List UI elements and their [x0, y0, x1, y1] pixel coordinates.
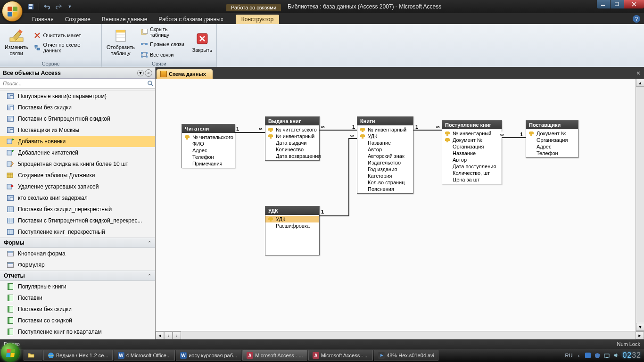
taskbar-item[interactable]: AMicrosoft Access - ...: [242, 350, 307, 361]
table-header[interactable]: Поставщики: [526, 121, 578, 129]
table-field[interactable]: Название: [442, 150, 502, 156]
table-field[interactable]: Количество: [265, 146, 319, 153]
ribbon-tab-design[interactable]: Конструктор: [236, 15, 279, 24]
nav-item[interactable]: Добавление читателей: [0, 147, 155, 158]
table-field[interactable]: Количество, шт: [442, 170, 502, 176]
tray-shield-icon[interactable]: [594, 352, 601, 359]
save-icon[interactable]: [26, 2, 35, 11]
table-field[interactable]: ФИО: [182, 140, 235, 147]
table-header[interactable]: Книги: [357, 117, 413, 125]
redo-icon[interactable]: [54, 2, 63, 11]
table-field[interactable]: Организация: [526, 137, 578, 143]
table-knigi[interactable]: Книги№ инвентарныйУДКНазваниеАвторАвторс…: [357, 116, 413, 194]
taskbar-item[interactable]: 48% Hex.s01e04.avi: [374, 350, 438, 361]
nav-item[interactable]: Кнопочная форма: [0, 248, 155, 259]
nav-item[interactable]: Поставки с 5типроцентной скидкой: [0, 113, 155, 124]
table-header[interactable]: Поступление книг: [442, 121, 502, 129]
scroll-first-icon[interactable]: ◄: [156, 331, 164, 339]
table-chitateli[interactable]: Читатели№ читательскогоФИОАдресТелефонПр…: [182, 124, 235, 168]
nav-item[interactable]: Поступление книг_перекрестный: [0, 226, 155, 238]
search-icon[interactable]: [146, 81, 155, 87]
table-header[interactable]: УДК: [265, 206, 319, 215]
taskbar-item[interactable]: Wиосу курсовая раб...: [176, 350, 241, 361]
table-field[interactable]: Телефон: [182, 154, 235, 160]
table-field[interactable]: Издательство: [357, 159, 413, 166]
table-udk[interactable]: УДКУДКРасшифровка: [265, 206, 320, 255]
nav-item[interactable]: Поставки: [0, 292, 155, 304]
table-field[interactable]: № читательского: [182, 134, 235, 140]
table-field[interactable]: Организация: [442, 143, 502, 150]
table-header[interactable]: Читатели: [182, 124, 235, 133]
table-field[interactable]: Дата поступления: [442, 163, 502, 170]
table-field[interactable]: № инвентарный: [442, 130, 502, 137]
maximize-button[interactable]: [611, 0, 624, 8]
nav-collapse-button[interactable]: «: [145, 69, 152, 77]
search-input[interactable]: [0, 80, 146, 87]
office-button[interactable]: [2, 1, 23, 22]
nav-item[interactable]: 5процентная скидка на книги более 10 шт: [0, 158, 155, 170]
table-field[interactable]: Цена за шт: [442, 176, 502, 183]
clock[interactable]: 0232: [622, 351, 641, 360]
table-field[interactable]: Год издания: [357, 166, 413, 173]
start-button[interactable]: [1, 343, 20, 362]
scroll-up-icon[interactable]: ▲: [636, 79, 644, 87]
nav-item[interactable]: Поставщики из Москвы: [0, 124, 155, 136]
close-button[interactable]: [624, 0, 644, 8]
table-field[interactable]: Документ №: [442, 137, 502, 143]
ribbon-tab-external[interactable]: Внешние данные: [96, 15, 153, 24]
scroll-left-icon[interactable]: ‹: [164, 331, 173, 339]
nav-item[interactable]: Поставки без скидки: [0, 102, 155, 113]
table-field[interactable]: № инвентарный: [357, 126, 413, 133]
doc-close-button[interactable]: ×: [635, 69, 642, 77]
table-postavshiki[interactable]: ПоставщикиДокумент №ОрганизацияАдресТеле…: [526, 120, 578, 158]
table-field[interactable]: Название: [357, 140, 413, 146]
tray-app-icon[interactable]: [585, 352, 591, 359]
nav-group-reports[interactable]: Отчеты⌃: [0, 271, 155, 281]
taskbar-item[interactable]: [24, 350, 42, 361]
table-field[interactable]: Пояснения: [357, 186, 413, 192]
close-relations-button[interactable]: Закрыть: [190, 27, 214, 58]
taskbar-item[interactable]: Ведьма / Hex 1-2 се...: [43, 350, 113, 361]
nav-item[interactable]: Добавить новинки: [0, 136, 155, 147]
ribbon-tab-home[interactable]: Главная: [26, 15, 59, 24]
table-field[interactable]: Примечания: [182, 160, 235, 167]
direct-relations-button[interactable]: Прямые связи: [139, 40, 189, 49]
doc-tab-schema[interactable]: Схема данных: [157, 69, 213, 79]
scroll-last-icon[interactable]: ►: [636, 331, 644, 339]
nav-item[interactable]: Популярные книги(с параметром): [0, 90, 155, 102]
nav-item[interactable]: кто сколько книг задержал: [0, 192, 155, 204]
qat-customize-icon[interactable]: ▼: [66, 2, 74, 11]
table-field[interactable]: Автор: [357, 146, 413, 153]
tray-network-icon[interactable]: [603, 352, 610, 359]
nav-item[interactable]: Формуляр: [0, 259, 155, 271]
table-field[interactable]: Дата выдачи: [265, 140, 319, 146]
nav-item[interactable]: Создание таблицы Должники: [0, 170, 155, 181]
table-field[interactable]: Категория: [357, 173, 413, 179]
nav-item[interactable]: Поставки со скидкой: [0, 315, 155, 326]
show-table-button[interactable]: Отобразить таблицу: [105, 27, 137, 58]
hide-table-button[interactable]: Скрыть таблицу: [139, 25, 189, 39]
table-field[interactable]: № инвентарный: [265, 133, 319, 140]
table-field[interactable]: Телефон: [526, 150, 578, 156]
ribbon-tab-create[interactable]: Создание: [59, 15, 96, 24]
nav-item[interactable]: Поступление книг по кварталам: [0, 326, 155, 337]
scroll-right-icon[interactable]: ›: [173, 331, 181, 339]
table-header[interactable]: Выдача книг: [265, 117, 319, 125]
ribbon-tab-dbtools[interactable]: Работа с базами данных: [153, 15, 229, 24]
edit-relations-button[interactable]: Изменить связи: [3, 27, 30, 58]
table-postuplenie[interactable]: Поступление книг№ инвентарныйДокумент №О…: [442, 120, 502, 184]
nav-item[interactable]: Удаление устаревших записей: [0, 181, 155, 192]
table-field[interactable]: Автор: [442, 156, 502, 163]
minimize-button[interactable]: [597, 0, 610, 8]
all-relations-button[interactable]: Все связи: [139, 50, 189, 59]
relation-report-button[interactable]: Отчет по схеме данных: [32, 41, 99, 54]
nav-dropdown-icon[interactable]: ▼: [137, 70, 144, 76]
nav-group-forms[interactable]: Формы⌃: [0, 238, 155, 248]
undo-icon[interactable]: [43, 2, 51, 11]
tray-chevron-icon[interactable]: ‹: [575, 352, 582, 359]
table-field[interactable]: Документ №: [526, 130, 578, 137]
table-field[interactable]: Адрес: [182, 147, 235, 154]
scroll-down-icon[interactable]: ▼: [636, 323, 644, 331]
nav-item[interactable]: Поставки без скидки: [0, 304, 155, 315]
table-field[interactable]: Адрес: [526, 143, 578, 150]
